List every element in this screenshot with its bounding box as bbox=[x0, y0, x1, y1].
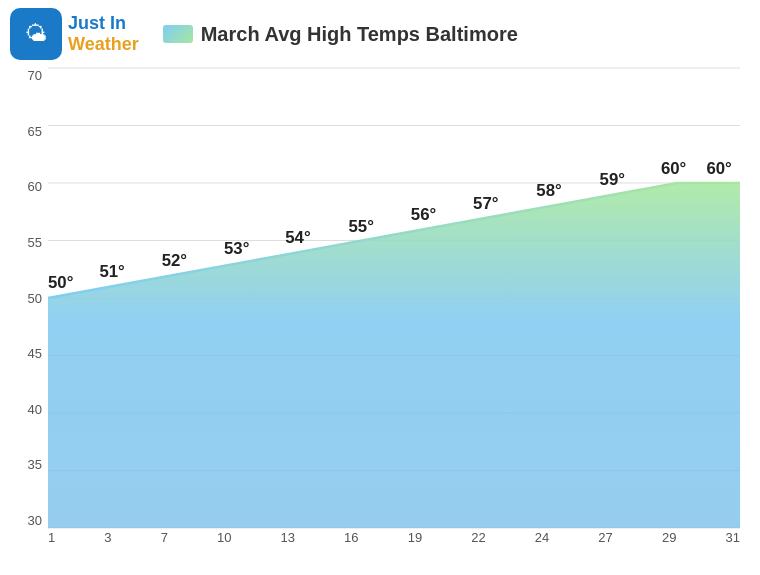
x-label-22: 22 bbox=[471, 530, 485, 558]
x-label-31: 31 bbox=[725, 530, 739, 558]
y-label-70: 70 bbox=[10, 68, 46, 83]
chart-area: 70 65 60 55 50 45 40 35 30 bbox=[10, 68, 750, 558]
temp-label-13: 54° bbox=[285, 228, 311, 247]
header: 🌤 Just In Weather March Avg High Temps B… bbox=[0, 0, 760, 68]
y-label-45: 45 bbox=[10, 346, 46, 361]
y-label-60: 60 bbox=[10, 179, 46, 194]
y-label-55: 55 bbox=[10, 235, 46, 250]
temp-label-1: 50° bbox=[48, 273, 74, 292]
logo: 🌤 Just In Weather bbox=[10, 8, 139, 60]
y-label-50: 50 bbox=[10, 291, 46, 306]
logo-text: Just In Weather bbox=[68, 13, 139, 54]
x-label-27: 27 bbox=[598, 530, 612, 558]
y-label-30: 30 bbox=[10, 513, 46, 528]
logo-icon: 🌤 bbox=[10, 8, 62, 60]
temp-label-16: 55° bbox=[349, 217, 375, 236]
x-label-7: 7 bbox=[161, 530, 168, 558]
x-label-24: 24 bbox=[535, 530, 549, 558]
x-label-10: 10 bbox=[217, 530, 231, 558]
temp-label-22: 57° bbox=[473, 193, 499, 212]
x-label-3: 3 bbox=[104, 530, 111, 558]
temp-label-31: 60° bbox=[706, 159, 732, 178]
x-label-19: 19 bbox=[408, 530, 422, 558]
legend: March Avg High Temps Baltimore bbox=[163, 23, 518, 46]
y-axis: 70 65 60 55 50 45 40 35 30 bbox=[10, 68, 46, 528]
y-label-65: 65 bbox=[10, 124, 46, 139]
x-label-1: 1 bbox=[48, 530, 55, 558]
temp-label-29: 60° bbox=[661, 159, 687, 178]
temp-label-27: 59° bbox=[600, 170, 626, 189]
chart-svg: 50° 51° 52° 53° 54° 55° 56° 57° 58° 59° … bbox=[48, 68, 740, 528]
x-label-16: 16 bbox=[344, 530, 358, 558]
legend-color-swatch bbox=[163, 25, 193, 43]
page-container: 🌤 Just In Weather March Avg High Temps B… bbox=[0, 0, 760, 575]
x-axis: 1 3 7 10 13 16 19 22 24 27 29 31 bbox=[48, 530, 740, 558]
logo-just: Just In bbox=[68, 13, 139, 34]
x-label-13: 13 bbox=[281, 530, 295, 558]
temp-label-19: 56° bbox=[411, 204, 437, 223]
temp-label-3: 51° bbox=[99, 262, 125, 281]
temp-label-10: 53° bbox=[224, 239, 250, 258]
y-label-35: 35 bbox=[10, 457, 46, 472]
logo-weather: Weather bbox=[68, 34, 139, 55]
chart-svg-container: 50° 51° 52° 53° 54° 55° 56° 57° 58° 59° … bbox=[48, 68, 740, 528]
x-label-29: 29 bbox=[662, 530, 676, 558]
chart-title: March Avg High Temps Baltimore bbox=[201, 23, 518, 46]
temp-label-24: 58° bbox=[536, 181, 562, 200]
temp-label-7: 52° bbox=[162, 251, 188, 270]
y-label-40: 40 bbox=[10, 402, 46, 417]
